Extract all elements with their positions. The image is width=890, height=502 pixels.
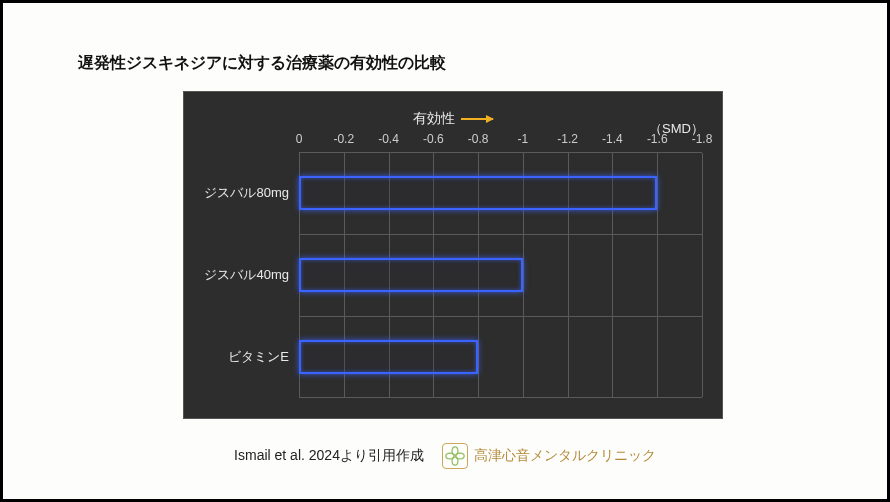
clinic-name: 高津心音メンタルクリニック: [474, 447, 656, 465]
tick-label: -0.2: [333, 132, 354, 146]
grid-vline: [702, 153, 703, 397]
clinic-credit: 高津心音メンタルクリニック: [442, 443, 656, 469]
tick-label: -1.6: [647, 132, 668, 146]
tick-label: -0.4: [378, 132, 399, 146]
tick-label: -0.6: [423, 132, 444, 146]
tick-label: -0.8: [468, 132, 489, 146]
bar: [299, 258, 523, 292]
svg-point-2: [446, 453, 454, 459]
grid-hline: [299, 316, 702, 317]
bar: [299, 340, 478, 374]
tick-label: -1.2: [557, 132, 578, 146]
plot-area: 0-0.2-0.4-0.6-0.8-1-1.2-1.4-1.6-1.8 ジスバル…: [299, 152, 702, 398]
grid-hline: [299, 234, 702, 235]
arrow-right-icon: [461, 118, 493, 120]
category-label: ジスバル40mg: [204, 266, 289, 284]
tick-label: -1.4: [602, 132, 623, 146]
category-label: ジスバル80mg: [204, 184, 289, 202]
clinic-logo-icon: [442, 443, 468, 469]
chart-panel: 有効性 （SMD） 0-0.2-0.4-0.6-0.8-1-1.2-1.4-1.…: [183, 91, 723, 419]
tick-label: -1: [518, 132, 529, 146]
footer: Ismail et al. 2024より引用作成 高津心音メンタルクリニック: [3, 443, 887, 469]
x-axis-title-text: 有効性: [413, 110, 455, 128]
x-axis-title: 有効性: [413, 110, 493, 128]
page-title: 遅発性ジスキネジアに対する治療薬の有効性の比較: [78, 53, 446, 74]
bar: [299, 176, 657, 210]
tick-label: -1.8: [692, 132, 713, 146]
svg-point-3: [456, 453, 464, 459]
grid-vline: [657, 153, 658, 397]
category-label: ビタミンE: [228, 348, 289, 366]
tick-label: 0: [296, 132, 303, 146]
citation-text: Ismail et al. 2024より引用作成: [234, 447, 424, 465]
tick-row: 0-0.2-0.4-0.6-0.8-1-1.2-1.4-1.6-1.8: [299, 132, 702, 150]
